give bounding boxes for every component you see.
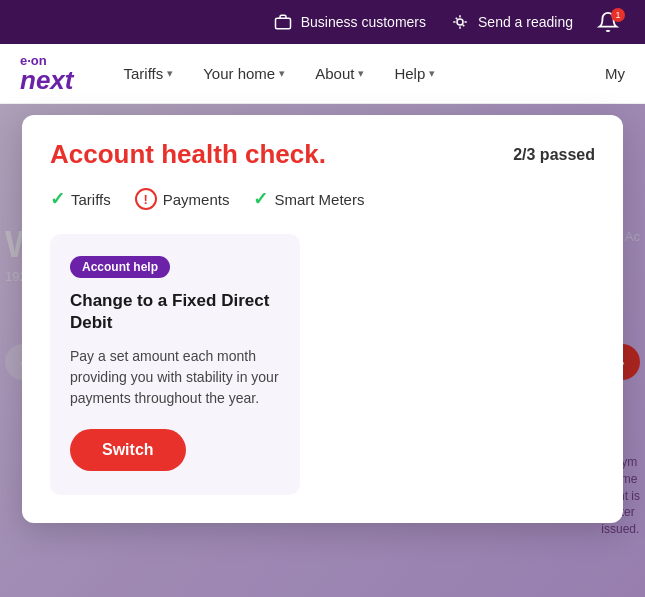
- send-reading-label: Send a reading: [478, 14, 573, 30]
- logo-next-text: next: [20, 67, 73, 93]
- chevron-down-icon: ▾: [167, 67, 173, 80]
- send-reading-link[interactable]: Send a reading: [450, 12, 573, 32]
- check-tariffs: ✓ Tariffs: [50, 188, 111, 210]
- notifications-button[interactable]: 1: [597, 8, 625, 36]
- business-customers-link[interactable]: Business customers: [273, 12, 426, 32]
- nav-my[interactable]: My: [605, 65, 625, 82]
- notification-badge-count: 1: [611, 8, 625, 22]
- card-description: Pay a set amount each month providing yo…: [70, 346, 280, 409]
- logo[interactable]: e·on next: [20, 54, 73, 93]
- check-payments-label: Payments: [163, 191, 230, 208]
- business-customers-label: Business customers: [301, 14, 426, 30]
- svg-point-1: [457, 19, 463, 25]
- modal-header: Account health check. 2/3 passed: [50, 139, 595, 170]
- top-bar: Business customers Send a reading 1: [0, 0, 645, 44]
- modal-score: 2/3 passed: [513, 146, 595, 164]
- check-smart-meters-label: Smart Meters: [274, 191, 364, 208]
- action-card: Account help Change to a Fixed Direct De…: [50, 234, 300, 495]
- card-tag: Account help: [70, 256, 170, 278]
- nav-your-home-label: Your home: [203, 65, 275, 82]
- nav-tariffs-label: Tariffs: [123, 65, 163, 82]
- check-tariffs-icon: ✓: [50, 188, 65, 210]
- chevron-down-icon: ▾: [429, 67, 435, 80]
- nav-your-home[interactable]: Your home ▾: [203, 61, 285, 86]
- briefcase-icon: [273, 12, 293, 32]
- chevron-down-icon: ▾: [358, 67, 364, 80]
- chevron-down-icon: ▾: [279, 67, 285, 80]
- nav-about[interactable]: About ▾: [315, 61, 364, 86]
- modal-checks-list: ✓ Tariffs ! Payments ✓ Smart Meters: [50, 188, 595, 210]
- modal-title: Account health check.: [50, 139, 326, 170]
- meter-icon: [450, 12, 470, 32]
- nav-help[interactable]: Help ▾: [394, 61, 435, 86]
- card-title: Change to a Fixed Direct Debit: [70, 290, 280, 334]
- nav-bar: e·on next Tariffs ▾ Your home ▾ About ▾ …: [0, 44, 645, 104]
- check-payments-warning-icon: !: [135, 188, 157, 210]
- nav-help-label: Help: [394, 65, 425, 82]
- check-payments: ! Payments: [135, 188, 230, 210]
- check-smart-meters: ✓ Smart Meters: [253, 188, 364, 210]
- nav-tariffs[interactable]: Tariffs ▾: [123, 61, 173, 86]
- switch-button[interactable]: Switch: [70, 429, 186, 471]
- check-tariffs-label: Tariffs: [71, 191, 111, 208]
- health-check-modal: Account health check. 2/3 passed ✓ Tarif…: [22, 115, 623, 523]
- nav-about-label: About: [315, 65, 354, 82]
- check-smart-meters-icon: ✓: [253, 188, 268, 210]
- svg-rect-0: [275, 18, 290, 29]
- nav-my-label: My: [605, 65, 625, 82]
